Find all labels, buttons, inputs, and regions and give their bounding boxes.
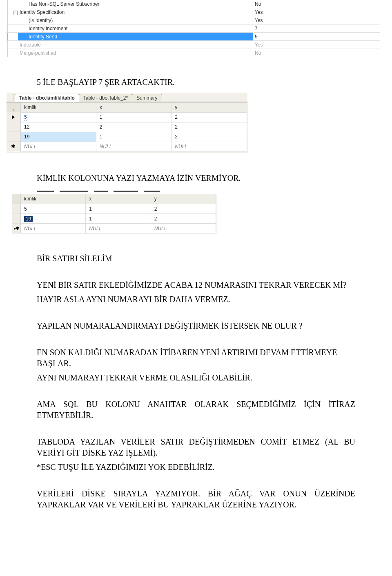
cell[interactable]: 2 xyxy=(172,122,247,132)
doc-line: *ESC TUŞU İLE YAZDIĞIMIZI YOK EDEBİLİRİZ… xyxy=(37,462,355,473)
doc-line: HAYIR ASLA AYNI NUMARAYI BİR DAHA VERMEZ… xyxy=(37,294,355,305)
cell[interactable]: 5 xyxy=(21,204,86,214)
property-row-value[interactable]: Yes xyxy=(253,16,380,24)
cell[interactable]: 19 xyxy=(21,214,86,224)
property-row-value[interactable]: No xyxy=(253,49,380,57)
property-row-label[interactable]: Identity Seed xyxy=(18,33,253,41)
cell[interactable]: NULL xyxy=(151,224,216,234)
property-grid[interactable]: Has Non-SQL Server SubscriberNo−Identity… xyxy=(0,0,392,57)
property-row-label[interactable]: (Is Identity) xyxy=(18,16,253,24)
cell[interactable]: 2 xyxy=(151,204,216,214)
column-header[interactable]: x xyxy=(96,102,172,112)
cell[interactable]: 2 xyxy=(172,132,247,142)
cell[interactable]: 2 xyxy=(96,122,172,132)
property-row-value[interactable]: Yes xyxy=(253,41,380,49)
cell[interactable]: 1 xyxy=(96,132,172,142)
cell[interactable]: 12 xyxy=(21,122,96,132)
doc-line: AMA SQL BU KOLONU ANAHTAR OLARAK SEÇMEDİ… xyxy=(37,399,355,421)
tab[interactable]: Table - dbo.kimliklitablo xyxy=(15,94,79,102)
doc-line: BİR SATIRI SİLELİM xyxy=(37,253,355,264)
doc-line: 5 İLE BAŞLAYIP 7 ŞER ARTACAKTIR. xyxy=(37,77,355,88)
column-header[interactable]: y xyxy=(172,102,247,112)
column-header[interactable]: kimlik xyxy=(21,102,96,112)
cell[interactable]: 19 xyxy=(21,132,96,142)
property-row-value[interactable]: Yes xyxy=(253,8,380,16)
column-header[interactable]: kimlik xyxy=(21,194,86,204)
row-selector[interactable]: ✱ xyxy=(7,142,20,151)
row-selector[interactable] xyxy=(7,112,20,122)
tab[interactable]: Table - dbo.Table_2* xyxy=(79,94,132,102)
row-indicator-current-icon xyxy=(12,115,15,119)
row-selector[interactable] xyxy=(7,132,20,142)
property-row-value[interactable]: 7 xyxy=(253,24,380,33)
doc-line: TABLODA YAZILAN VERİLER SATIR DEĞİŞTİRME… xyxy=(37,436,355,458)
property-row-label[interactable]: Merge-published xyxy=(18,49,253,57)
doc-line: AYNI NUMARAYI TEKRAR VERME OLASILIĞI OLA… xyxy=(37,372,355,383)
cell[interactable]: NULL xyxy=(86,224,151,234)
data-table-screenshot-1: Table - dbo.kimliklitabloTable - dbo.Tab… xyxy=(7,93,247,153)
data-table-screenshot-2: ▸✱ kimlikxy5121912NULLNULLNULL xyxy=(12,189,216,234)
doc-line: EN SON KALDIĞI NUMARADAN İTİBAREN YENİ A… xyxy=(37,347,355,369)
property-row-label[interactable]: Identity Increment xyxy=(18,24,253,33)
cell[interactable]: NULL xyxy=(96,142,172,151)
tree-toggle-icon[interactable]: − xyxy=(13,11,18,15)
column-header[interactable]: x xyxy=(86,194,151,204)
row-selector[interactable] xyxy=(12,214,20,224)
row-indicator-new-icon: ✱ xyxy=(11,143,16,149)
gutter-label: i xyxy=(7,102,20,112)
cell[interactable]: 1 xyxy=(86,204,151,214)
row-indicator-new-icon: ▸✱ xyxy=(14,226,18,231)
doc-line: VERİLERİ DİSKE SIRAYLA YAZMIYOR. BİR AĞA… xyxy=(37,488,355,510)
property-row-value[interactable]: 5 xyxy=(253,33,380,41)
cell[interactable]: 2 xyxy=(172,112,247,122)
row-selector[interactable] xyxy=(12,204,20,214)
row-selector[interactable] xyxy=(7,122,20,132)
column-header[interactable]: y xyxy=(151,194,216,204)
tab[interactable]: Summary xyxy=(132,94,162,102)
property-row-label[interactable]: Indexable xyxy=(18,41,253,49)
cell[interactable]: NULL xyxy=(21,142,96,151)
row-selector[interactable]: ▸✱ xyxy=(12,224,20,234)
tab-bar: Table - dbo.kimliklitabloTable - dbo.Tab… xyxy=(7,93,247,102)
doc-line: KİMLİK KOLONUNA YAZI YAZMAYA İZİN VERMİY… xyxy=(37,173,355,184)
cropped-header xyxy=(12,189,216,194)
cell[interactable]: 1 xyxy=(86,214,151,224)
property-row-value[interactable]: No xyxy=(253,0,380,8)
cell[interactable]: NULL xyxy=(172,142,247,151)
cell[interactable]: 2 xyxy=(151,214,216,224)
cell[interactable]: NULL xyxy=(21,224,86,234)
cell[interactable]: 1 xyxy=(96,112,172,122)
cell[interactable]: 5 xyxy=(21,112,96,122)
doc-line: YAPILAN NUMARALANDIRMAYI DEĞİŞTİRMEK İST… xyxy=(37,320,355,331)
property-row-label[interactable]: Has Non-SQL Server Subscriber xyxy=(18,0,253,8)
property-row-label[interactable]: Identity Specification xyxy=(18,8,253,16)
doc-line: YENİ BİR SATIR EKLEDİĞİMİZDE ACABA 12 NU… xyxy=(37,280,355,291)
